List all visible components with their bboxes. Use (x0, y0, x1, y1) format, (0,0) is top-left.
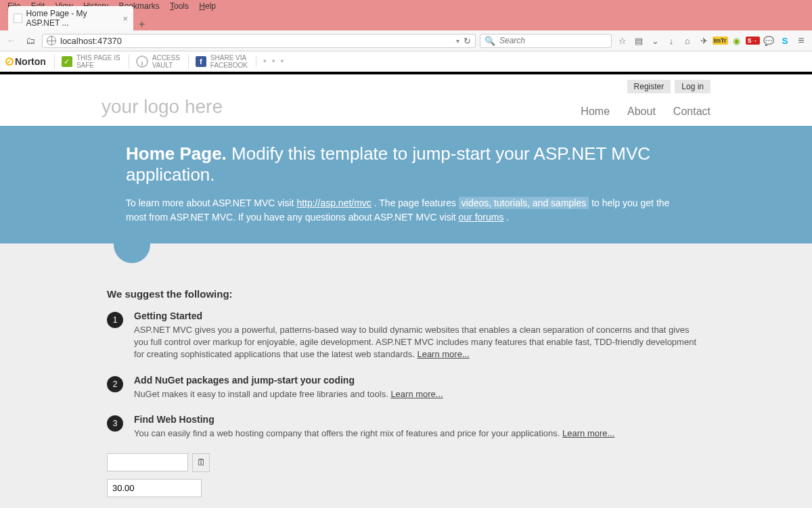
learn-more-link[interactable]: Learn more... (417, 349, 469, 359)
learn-more-link[interactable]: Learn more... (562, 428, 614, 438)
site-identity-button[interactable]: 🗂 (23, 33, 38, 48)
hero-link-aspnet[interactable]: http://asp.net/mvc (296, 198, 371, 208)
imtranslator-icon[interactable]: ImTr (713, 37, 728, 45)
facebook-icon: f (196, 56, 206, 67)
url-bar[interactable]: localhost:47370 ▾ ↻ (42, 34, 476, 48)
home-icon[interactable]: ⌂ (681, 34, 694, 47)
url-host: localhost:47370 (60, 36, 122, 46)
norton-safe[interactable]: ✓ THIS PAGE ISSAFE (54, 54, 120, 69)
hamburger-menu-icon[interactable]: ≡ (794, 34, 808, 47)
item-title: Getting Started (134, 310, 705, 321)
calendar-icon: 🗓 (197, 457, 206, 467)
list-item: 3 Find Web Hosting You can easily find a… (107, 414, 705, 440)
norton-more[interactable]: • • • (256, 56, 285, 66)
send-icon[interactable]: ✈ (697, 34, 710, 47)
skype-icon[interactable]: S (778, 34, 792, 47)
hero-banner: Home Page. Modify this template to jump-… (0, 126, 812, 244)
register-link[interactable]: Register (627, 80, 671, 93)
tab-title: Home Page - My ASP.NET ... (26, 9, 119, 28)
new-tab-button[interactable]: + (133, 18, 150, 30)
hero-title: Home Page. Modify this template to jump-… (126, 143, 686, 185)
learn-more-link[interactable]: Learn more... (390, 389, 443, 399)
bookmarks-list-icon[interactable]: ▤ (632, 34, 646, 47)
calendar-button[interactable]: 🗓 (192, 453, 210, 472)
bookmark-star-icon[interactable]: ☆ (616, 34, 629, 47)
hero-paragraph: To learn more about ASP.NET MVC visit ht… (126, 196, 686, 225)
browser-navbar: ← 🗂 localhost:47370 ▾ ↻ 🔍 ☆ ▤ ⌄ ↓ ⌂ ✈ Im… (0, 30, 812, 51)
chat-icon[interactable]: 💬 (762, 34, 775, 47)
date-input[interactable] (107, 453, 188, 471)
url-dropdown-icon[interactable]: ▾ (456, 37, 459, 45)
site-logo[interactable]: your logo here (102, 96, 223, 118)
item-text: You can easily find a web hosting compan… (134, 428, 614, 440)
globe-addon-icon[interactable]: ◉ (729, 34, 743, 47)
globe-icon (47, 36, 56, 45)
item-number: 3 (107, 415, 123, 432)
norton-logo[interactable]: Norton (5, 56, 46, 67)
login-link[interactable]: Log in (675, 80, 710, 93)
hero-link-forums[interactable]: our forums (459, 212, 504, 223)
suggest-heading: We suggest the following: (107, 288, 705, 300)
back-button[interactable]: ← (4, 33, 19, 48)
browser-tab-active[interactable]: Home Page - My ASP.NET ... × (8, 6, 133, 30)
item-text: NuGet makes it easy to install and updat… (134, 388, 443, 400)
norton-share-facebook[interactable]: f SHARE VIAFACEBOOK (188, 54, 248, 69)
norton-check-icon (5, 57, 14, 66)
nav-about[interactable]: About (627, 106, 656, 118)
nav-contact[interactable]: Contact (673, 106, 710, 118)
menu-help[interactable]: Help (195, 0, 220, 12)
menu-tools[interactable]: Tools (166, 0, 193, 12)
pocket-icon[interactable]: ⌄ (648, 34, 662, 47)
search-input[interactable] (499, 36, 607, 45)
safe-badge-icon: ✓ (62, 56, 72, 67)
hero-tail (102, 244, 710, 271)
close-tab-icon[interactable]: × (122, 14, 128, 24)
toolbar-right: ☆ ▤ ⌄ ↓ ⌂ ✈ ImTr ◉ S→ 💬 S ≡ (616, 34, 808, 47)
nav-home[interactable]: Home (581, 106, 610, 118)
search-bar[interactable]: 🔍 (480, 34, 612, 48)
item-number: 2 (107, 376, 123, 392)
favicon-icon (14, 14, 22, 23)
list-item: 2 Add NuGet packages and jump-start your… (107, 375, 705, 400)
search-icon: 🔍 (484, 36, 495, 46)
s2g-icon[interactable]: S→ (746, 37, 760, 45)
norton-toolbar: Norton ✓ THIS PAGE ISSAFE ACCESSVAULT f … (0, 51, 812, 74)
item-title: Add NuGet packages and jump-start your c… (134, 375, 443, 386)
downloads-icon[interactable]: ↓ (664, 34, 678, 47)
norton-vault[interactable]: ACCESSVAULT (129, 54, 180, 69)
item-text: ASP.NET MVC gives you a powerful, patter… (134, 324, 705, 361)
item-number: 1 (107, 312, 123, 328)
list-item: 1 Getting Started ASP.NET MVC gives you … (107, 310, 705, 361)
reload-button[interactable]: ↻ (464, 36, 471, 46)
numeric-input[interactable] (107, 479, 202, 497)
vault-icon (136, 55, 148, 68)
browser-tabstrip: Home Page - My ASP.NET ... × + (0, 12, 812, 30)
item-title: Find Web Hosting (134, 414, 614, 425)
hero-link-videos[interactable]: videos, tutorials, and samples (459, 197, 589, 209)
